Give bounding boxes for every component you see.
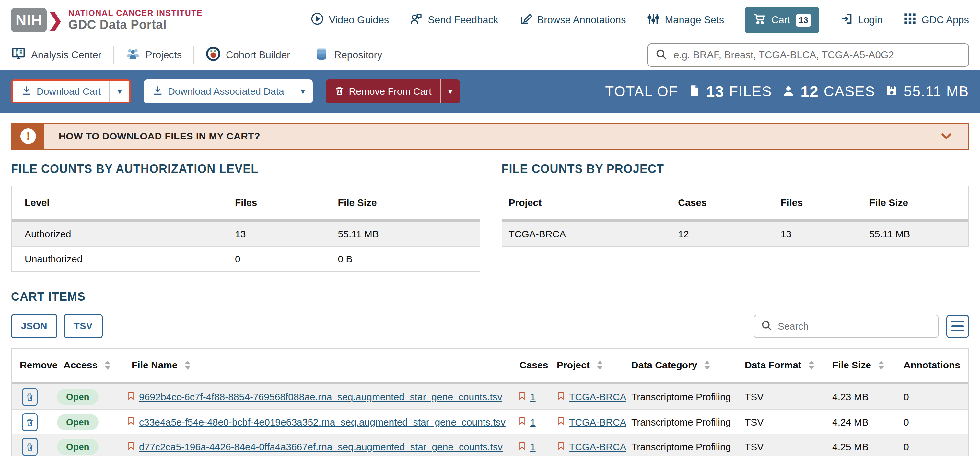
download-associated-dropdown[interactable]: ▼ [293, 80, 313, 104]
file-size-cell: 4.25 MB [829, 434, 900, 456]
auth-col-files: Files [227, 197, 330, 208]
col-data-format: Data Format [741, 360, 829, 371]
caret-down-icon: ▼ [447, 87, 454, 96]
caret-down-icon: ▼ [116, 87, 124, 96]
project-col-files: Files [773, 197, 861, 208]
cases-link[interactable]: 1 [530, 417, 536, 428]
total-cases-count: 12 [800, 83, 818, 100]
file-name-link[interactable]: 9692b4cc-6c7f-4f88-8854-769568f088ae.rna… [139, 391, 502, 402]
auth-col-size: File Size [330, 197, 480, 208]
feedback-person-icon [410, 12, 423, 28]
col-remove: Remove [12, 360, 54, 371]
cart-row: Open 9692b4cc-6c7f-4f88-8854-769568f088a… [12, 384, 968, 409]
file-name-link[interactable]: c33e4a5e-f54e-48e0-bcbf-4e019e63a352.rna… [139, 417, 506, 428]
bookmark-icon [518, 416, 526, 428]
projects-people-icon [126, 46, 140, 64]
remove-file-button[interactable] [22, 413, 38, 431]
data-format-cell: TSV [741, 384, 829, 409]
bookmark-icon [127, 441, 135, 453]
sort-file-name[interactable] [185, 360, 191, 370]
remove-from-cart-button[interactable]: Remove From Cart ▼ [326, 80, 460, 104]
nav-login[interactable]: Login [840, 12, 883, 28]
file-name-link[interactable]: d77c2ca5-196a-4426-84e4-0ffa4a3667ef.rna… [139, 442, 503, 453]
total-cases-label: CASES [824, 83, 875, 100]
search-icon [761, 320, 773, 333]
cart-search-input[interactable] [778, 321, 931, 332]
banner-expand-chevron[interactable] [939, 129, 954, 143]
logo-portal-title: GDC Data Portal [68, 18, 202, 32]
nav-browse-annotations[interactable]: Browse Annotations [519, 12, 626, 28]
cases-link[interactable]: 1 [530, 442, 536, 453]
cart-icon [752, 12, 766, 28]
download-cart-dropdown[interactable]: ▼ [109, 81, 129, 102]
table-row: TCGA-BRCA 12 13 55.11 MB [502, 222, 969, 247]
col-data-category: Data Category [628, 360, 741, 371]
play-circle-icon [311, 12, 324, 28]
project-link[interactable]: TCGA-BRCA [569, 417, 627, 428]
project-link[interactable]: TCGA-BRCA [569, 442, 627, 453]
file-size-cell: 4.23 MB [829, 384, 900, 409]
remove-from-cart-dropdown[interactable]: ▼ [440, 80, 460, 104]
sort-data-format[interactable] [808, 360, 815, 370]
nav-gdc-apps[interactable]: GDC Apps [904, 12, 969, 28]
file-counts-by-auth-section: FILE COUNTS BY AUTHORIZATION LEVEL Level… [11, 162, 480, 272]
project-link[interactable]: TCGA-BRCA [569, 391, 627, 402]
quick-search [648, 43, 969, 67]
secondary-navigation: Analysis Center Projects Cohort Builder … [0, 40, 980, 70]
nav-analysis-center[interactable]: Analysis Center [11, 46, 113, 64]
nav-manage-sets[interactable]: Manage Sets [647, 12, 724, 28]
download-associated-data-button[interactable]: Download Associated Data ▼ [144, 80, 312, 104]
export-tsv-button[interactable]: TSV [64, 314, 103, 338]
total-files-count: 13 [706, 83, 724, 100]
caret-down-icon: ▼ [299, 87, 307, 96]
bookmark-icon [127, 416, 135, 428]
how-to-download-banner[interactable]: ! HOW TO DOWNLOAD FILES IN MY CART? [11, 123, 969, 150]
data-category-cell: Transcriptome Profiling [628, 410, 741, 434]
data-format-cell: TSV [741, 434, 829, 456]
project-section-title: FILE COUNTS BY PROJECT [502, 162, 969, 176]
gdc-logo[interactable]: NIH ❯ NATIONAL CANCER INSTITUTE GDC Data… [11, 8, 202, 32]
auth-section-title: FILE COUNTS BY AUTHORIZATION LEVEL [11, 162, 480, 176]
cart-items-title: CART ITEMS [11, 290, 969, 304]
download-icon [21, 85, 32, 98]
top-header: NIH ❯ NATIONAL CANCER INSTITUTE GDC Data… [0, 0, 980, 40]
cart-items-section: CART ITEMS JSON TSV Remove Access File N… [11, 290, 969, 456]
access-badge: Open [57, 389, 99, 405]
col-annotations: Annotations [900, 360, 968, 371]
nav-send-feedback[interactable]: Send Feedback [410, 12, 498, 28]
remove-file-button[interactable] [22, 438, 38, 456]
project-col-project: Project [502, 197, 670, 208]
column-settings-button[interactable] [946, 315, 969, 338]
banner-icon-block: ! [12, 124, 45, 149]
person-icon [777, 84, 795, 99]
export-json-button[interactable]: JSON [11, 314, 57, 338]
sort-file-size[interactable] [878, 360, 884, 370]
cart-items-table: Remove Access File Name Cases Project Da… [11, 348, 969, 456]
cart-label: Cart [771, 14, 791, 26]
project-col-size: File Size [861, 197, 968, 208]
top-navigation: Video Guides Send Feedback Browse Annota… [311, 7, 969, 33]
quick-search-input[interactable] [673, 49, 961, 61]
nav-repository[interactable]: Repository [302, 46, 394, 64]
sort-data-category[interactable] [704, 360, 710, 370]
cases-link[interactable]: 1 [530, 391, 536, 402]
col-project: Project [554, 360, 628, 371]
nav-projects[interactable]: Projects [114, 46, 194, 64]
total-files-label: FILES [729, 83, 772, 100]
sort-project[interactable] [597, 360, 603, 370]
remove-file-button[interactable] [22, 388, 38, 406]
bookmark-icon [557, 416, 565, 428]
bookmark-icon [518, 441, 526, 453]
banner-question: HOW TO DOWNLOAD FILES IN MY CART? [59, 131, 260, 142]
total-prefix: TOTAL OF [605, 83, 678, 100]
apps-grid-icon [904, 12, 916, 28]
nav-cohort-builder[interactable]: Cohort Builder [194, 46, 302, 64]
table-row: Unauthorized 0 0 B [12, 247, 480, 271]
cart-button[interactable]: Cart 13 [745, 7, 819, 33]
cart-search [754, 315, 939, 338]
nav-video-guides[interactable]: Video Guides [311, 12, 389, 28]
cohort-builder-icon [206, 46, 221, 64]
download-cart-button[interactable]: Download Cart ▼ [11, 80, 131, 104]
sort-access[interactable] [105, 360, 110, 370]
bookmark-icon [557, 391, 565, 403]
